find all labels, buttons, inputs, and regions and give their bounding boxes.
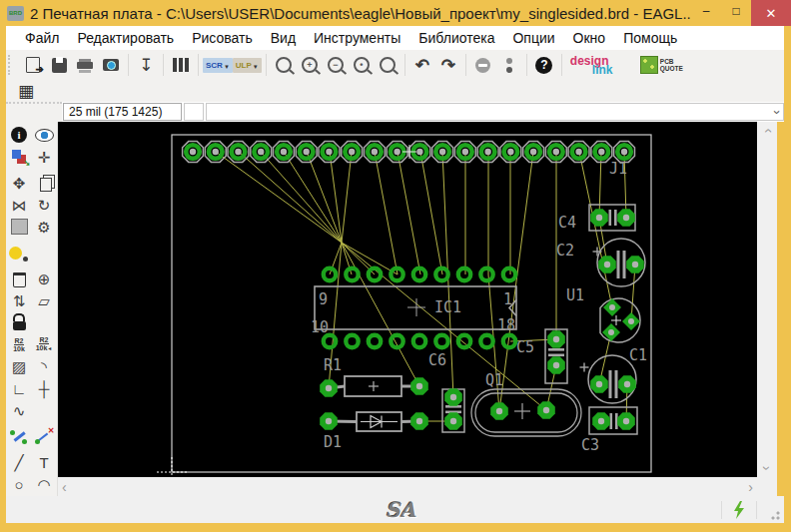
tool-name[interactable]: R210k bbox=[7, 333, 32, 355]
svg-text:18: 18 bbox=[497, 316, 515, 334]
component-IC1[interactable]: IC1911018 bbox=[311, 268, 516, 347]
grid-settings-icon[interactable]: ▦ bbox=[18, 83, 34, 100]
zoomfit-icon[interactable] bbox=[271, 52, 297, 78]
tool-delete[interactable] bbox=[7, 267, 32, 289]
menu-help[interactable]: Помощь bbox=[614, 28, 686, 48]
tool-mirror[interactable]: ⋈ bbox=[7, 194, 32, 216]
tool-replace[interactable]: ▱ bbox=[32, 289, 57, 311]
minimize-button[interactable]: – bbox=[691, 0, 721, 22]
tool-value[interactable]: R210k bbox=[32, 333, 57, 355]
menu-tools[interactable]: Инструменты bbox=[305, 28, 409, 48]
pcb-chip-icon bbox=[640, 56, 658, 74]
tool-show[interactable] bbox=[32, 124, 57, 146]
cam-icon[interactable] bbox=[98, 52, 124, 78]
tool-split[interactable]: ∟ bbox=[7, 377, 32, 399]
menu-library[interactable]: Библиотека bbox=[409, 28, 503, 48]
help-icon[interactable] bbox=[531, 52, 557, 78]
tool-ripup[interactable] bbox=[32, 425, 57, 447]
component-D1[interactable]: D1 bbox=[320, 412, 428, 451]
component-C5[interactable]: C5 bbox=[516, 329, 567, 383]
tool-add[interactable]: ⊕ bbox=[32, 267, 57, 289]
component-C3[interactable]: C3 bbox=[581, 407, 637, 454]
vertical-scrollbar[interactable]: › › bbox=[757, 122, 777, 477]
zoomin-icon[interactable]: + bbox=[297, 52, 323, 78]
pcbquote-logo[interactable]: PCB QUOTE bbox=[630, 52, 683, 78]
redo-icon[interactable]: ↷ bbox=[435, 52, 461, 78]
tool-lock[interactable] bbox=[7, 311, 32, 333]
save-icon[interactable] bbox=[46, 52, 72, 78]
scroll-right-icon[interactable]: › bbox=[744, 478, 757, 496]
palette-grip bbox=[6, 102, 62, 122]
tool-group[interactable] bbox=[7, 216, 32, 238]
tool-empty bbox=[32, 242, 57, 264]
close-button[interactable]: ✕ bbox=[751, 0, 791, 26]
scroll-left-icon[interactable]: ‹ bbox=[58, 478, 71, 496]
command-dropdown-icon[interactable]: › bbox=[770, 110, 783, 114]
coordinate-spacer bbox=[184, 103, 204, 121]
tool-empty bbox=[32, 399, 57, 421]
zoomredraw-icon[interactable] bbox=[375, 52, 400, 78]
command-input[interactable]: › bbox=[206, 103, 784, 121]
component-C1[interactable]: C1 bbox=[580, 346, 648, 403]
tool-paste[interactable] bbox=[7, 242, 32, 264]
window-border-left bbox=[0, 26, 6, 532]
component-J1[interactable]: J1 bbox=[183, 142, 635, 178]
stop-icon[interactable] bbox=[470, 52, 496, 78]
svg-text:R1: R1 bbox=[324, 356, 342, 374]
tool-arc[interactable]: ◠ bbox=[32, 473, 57, 495]
svg-text:J1: J1 bbox=[609, 160, 627, 178]
component-Q1[interactable]: Q1 bbox=[471, 371, 581, 436]
component-U1[interactable]: U1 bbox=[566, 286, 640, 342]
tool-rotate[interactable]: ↻ bbox=[32, 194, 57, 216]
tool-info[interactable] bbox=[7, 124, 32, 146]
tool-smash[interactable]: ▨ bbox=[7, 355, 32, 377]
drc-status-icon[interactable] bbox=[731, 501, 747, 519]
tool-display[interactable] bbox=[7, 146, 32, 168]
tool-change[interactable]: ⚙ bbox=[32, 216, 57, 238]
tool-copy[interactable] bbox=[32, 172, 57, 194]
cols-icon[interactable] bbox=[168, 52, 194, 78]
menu-file[interactable]: Файл bbox=[16, 28, 68, 48]
tool-route[interactable] bbox=[7, 425, 32, 447]
component-C6[interactable]: C6 bbox=[428, 351, 464, 432]
tool-empty bbox=[32, 311, 57, 333]
sheets-icon[interactable]: ↧ bbox=[133, 52, 159, 78]
tool-optimize[interactable]: ┼ bbox=[32, 377, 57, 399]
ulp-button[interactable]: ULP▼ bbox=[233, 52, 262, 78]
tool-meander[interactable]: ∿ bbox=[7, 399, 32, 421]
maximize-button[interactable]: □ bbox=[721, 0, 751, 22]
tool-move[interactable]: ✥ bbox=[7, 172, 32, 194]
tool-wire[interactable]: ╱ bbox=[7, 451, 32, 473]
tool-circle[interactable]: ○ bbox=[7, 473, 32, 495]
menu-view[interactable]: Вид bbox=[262, 28, 305, 48]
tool-text[interactable]: T bbox=[32, 451, 57, 473]
window-border-right bbox=[784, 26, 791, 532]
secondary-toolbar: ▦ bbox=[6, 80, 784, 103]
tool-pinswap[interactable]: ⇅ bbox=[7, 289, 32, 311]
designlink-logo[interactable]: designlink bbox=[566, 52, 630, 78]
tool-miter[interactable]: ◝ bbox=[32, 355, 57, 377]
component-C2[interactable]: C2 bbox=[556, 239, 645, 286]
component-R1[interactable]: R1 bbox=[320, 356, 428, 397]
coordinate-row: 25 mil (175 1425) › bbox=[6, 102, 784, 122]
undo-icon[interactable]: ↶ bbox=[409, 52, 435, 78]
menu-window[interactable]: Окно bbox=[564, 28, 615, 48]
zoomout-icon[interactable]: − bbox=[323, 52, 349, 78]
dots-icon[interactable] bbox=[496, 52, 522, 78]
print-icon[interactable] bbox=[72, 52, 98, 78]
resize-grip[interactable] bbox=[768, 508, 780, 520]
horizontal-scrollbar[interactable]: ‹ › bbox=[58, 477, 757, 496]
component-C4[interactable]: C4 bbox=[558, 205, 635, 232]
export-icon[interactable] bbox=[20, 52, 46, 78]
zoomsel-icon[interactable]: • bbox=[349, 52, 375, 78]
menu-draw[interactable]: Рисовать bbox=[183, 28, 262, 48]
scroll-up-icon[interactable]: › bbox=[758, 125, 776, 138]
menu-edit[interactable]: Редактировать bbox=[68, 28, 183, 48]
title-bar[interactable]: BRD 2 Печатная плата - C:\Users\USER\Doc… bbox=[0, 0, 791, 26]
menu-options[interactable]: Опции bbox=[503, 28, 563, 48]
tool-mark[interactable]: ✛ bbox=[32, 146, 57, 168]
scr-button[interactable]: SCR▼ bbox=[203, 52, 233, 78]
menu-bar: ФайлРедактироватьРисоватьВидИнструментыБ… bbox=[6, 26, 784, 51]
pcb-canvas[interactable]: J1IC1911018C4C2U1C5C1C3R1D1C6Q1 bbox=[58, 122, 757, 477]
scroll-down-icon[interactable]: › bbox=[758, 462, 776, 475]
